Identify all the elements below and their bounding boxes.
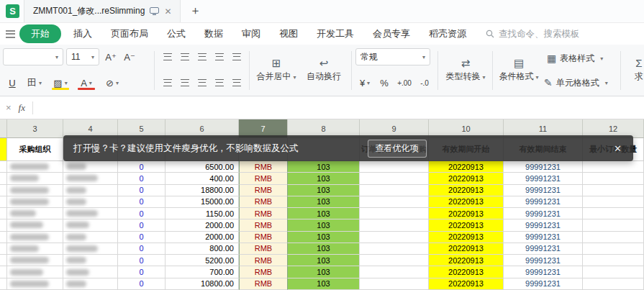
increase-indent-button[interactable]	[229, 48, 245, 65]
borders-button[interactable]: 田	[23, 74, 46, 91]
cell-price-unit[interactable]: 103	[288, 173, 360, 184]
tab-home[interactable]: 开始	[19, 24, 61, 43]
cell-valid-to[interactable]: 99991231	[504, 219, 583, 231]
command-search[interactable]: 查找命令、搜索模板	[486, 28, 580, 40]
cell-blank[interactable]	[583, 219, 644, 231]
tab-docer[interactable]: 稻壳资源	[419, 24, 476, 43]
cell-purchase-org[interactable]	[7, 232, 63, 243]
tab-data[interactable]: 数据	[195, 24, 232, 43]
font-size-combo[interactable]: 11	[66, 48, 99, 65]
font-name-combo[interactable]	[3, 48, 63, 65]
cell-purchase-org[interactable]	[7, 219, 63, 231]
cell-price-unit[interactable]: 103	[288, 278, 360, 290]
decrease-font-button[interactable]: A⁻	[121, 48, 138, 65]
cell-price[interactable]: 1150.00	[165, 208, 239, 219]
cell-plant[interactable]	[63, 243, 118, 255]
tab-developer[interactable]: 开发工具	[307, 24, 363, 43]
cell-valid-to[interactable]: 99991231	[504, 208, 583, 219]
cell-blank[interactable]	[583, 161, 644, 173]
cell-currency[interactable]: RMB	[239, 161, 288, 173]
cell-blank[interactable]	[360, 185, 429, 196]
cell-qty[interactable]: 0	[118, 266, 165, 278]
cell-valid-from[interactable]: 20220913	[429, 278, 504, 290]
cell-purchase-org[interactable]	[7, 266, 63, 278]
cell-valid-from[interactable]: 20220913	[429, 185, 504, 196]
cell-edge[interactable]	[0, 266, 7, 278]
cell-purchase-org[interactable]	[7, 243, 63, 255]
cell-blank[interactable]	[360, 266, 429, 278]
distribute-button[interactable]	[229, 74, 245, 91]
cell-currency[interactable]: RMB	[239, 208, 288, 219]
cell-price[interactable]: 2000.00	[165, 232, 239, 243]
fill-color-button[interactable]: ▨	[49, 74, 72, 91]
cell-plant[interactable]	[63, 278, 118, 290]
cell-price[interactable]: 6500.00	[165, 161, 239, 173]
wrap-text-button[interactable]: ↩ 自动换行	[302, 48, 345, 91]
cell-currency[interactable]: RMB	[239, 219, 288, 231]
cell-purchase-org[interactable]	[7, 255, 63, 266]
cell-edge[interactable]	[0, 161, 7, 173]
cell-plant[interactable]	[63, 232, 118, 243]
align-left-button[interactable]	[160, 74, 176, 91]
insert-function-icon[interactable]: fx	[19, 102, 25, 114]
close-toast-icon[interactable]: ✕	[612, 143, 623, 154]
view-optimization-button[interactable]: 查看优化项	[368, 140, 427, 158]
merge-center-button[interactable]: ⊞ 合并居中	[253, 48, 299, 91]
cell-edge[interactable]	[0, 219, 7, 231]
cell-price[interactable]: 10800.00	[165, 278, 239, 290]
cell-price[interactable]: 15000.00	[165, 196, 239, 208]
cell-purchase-org[interactable]	[7, 196, 63, 208]
cell-purchase-org[interactable]	[7, 161, 63, 173]
cell-blank[interactable]	[583, 278, 644, 290]
cell-qty[interactable]: 0	[118, 173, 165, 184]
cell-valid-to[interactable]: 99991231	[504, 243, 583, 255]
cell-valid-from[interactable]: 20220913	[429, 161, 504, 173]
header-cell-purchase-org[interactable]: 采购组织	[7, 138, 63, 161]
cell-blank[interactable]	[360, 219, 429, 231]
cell-blank[interactable]	[360, 255, 429, 266]
cell-qty[interactable]: 0	[118, 232, 165, 243]
menu-icon[interactable]	[6, 30, 15, 38]
cell-qty[interactable]: 0	[118, 196, 165, 208]
tab-member[interactable]: 会员专享	[363, 24, 419, 43]
cell-purchase-org[interactable]	[7, 185, 63, 196]
cell-plant[interactable]	[63, 266, 118, 278]
cell-currency[interactable]: RMB	[239, 196, 288, 208]
cell-price-unit[interactable]: 103	[288, 208, 360, 219]
cell-price-unit[interactable]: 103	[288, 243, 360, 255]
align-bottom-button[interactable]	[194, 48, 210, 65]
cell-blank[interactable]	[583, 266, 644, 278]
increase-font-button[interactable]: A⁺	[102, 48, 119, 65]
cell-price-unit[interactable]: 103	[288, 185, 360, 196]
cell-qty[interactable]: 0	[118, 278, 165, 290]
sum-button[interactable]: Σ 求	[623, 48, 644, 91]
cancel-entry-icon[interactable]: ×	[6, 102, 12, 113]
cell-price[interactable]: 2000.00	[165, 219, 239, 231]
cell-currency[interactable]: RMB	[239, 243, 288, 255]
tab-page-layout[interactable]: 页面布局	[101, 24, 158, 43]
cell-price[interactable]: 400.00	[165, 173, 239, 184]
cell-price[interactable]: 800.00	[165, 243, 239, 255]
cell-edge[interactable]	[0, 208, 7, 219]
cell-blank[interactable]	[360, 232, 429, 243]
formula-input[interactable]	[40, 96, 644, 119]
cell-purchase-org[interactable]	[7, 173, 63, 184]
cell-edge[interactable]	[0, 278, 7, 290]
cell-blank[interactable]	[583, 232, 644, 243]
decrease-decimal-button[interactable]: -.0	[416, 74, 433, 91]
justify-button[interactable]	[212, 74, 227, 91]
cell-currency[interactable]: RMB	[239, 266, 288, 278]
cell-currency[interactable]: RMB	[239, 278, 288, 290]
cell-blank[interactable]	[583, 185, 644, 196]
cell-valid-from[interactable]: 20220913	[429, 196, 504, 208]
tab-insert[interactable]: 插入	[64, 24, 101, 43]
cell-purchase-org[interactable]	[7, 208, 63, 219]
font-color-button[interactable]: A	[75, 74, 98, 91]
cell-valid-to[interactable]: 99991231	[504, 278, 583, 290]
cell-blank[interactable]	[360, 173, 429, 184]
cell-valid-from[interactable]: 20220913	[429, 266, 504, 278]
cell-blank[interactable]	[583, 196, 644, 208]
cell-valid-from[interactable]: 20220913	[429, 173, 504, 184]
tab-formulas[interactable]: 公式	[158, 24, 195, 43]
cell-plant[interactable]	[63, 173, 118, 184]
